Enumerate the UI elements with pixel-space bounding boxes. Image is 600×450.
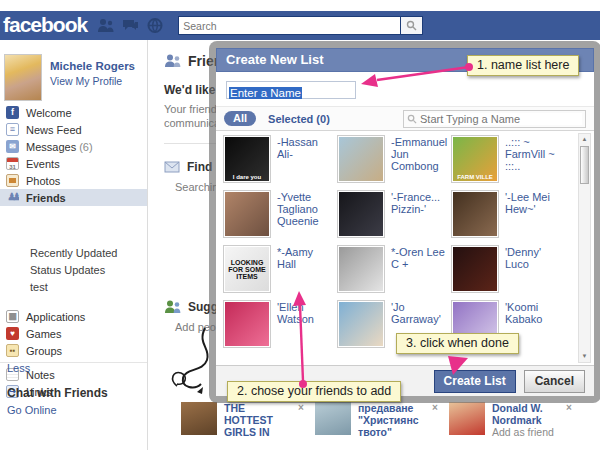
profile-avatar[interactable] bbox=[4, 54, 42, 101]
suggestion-link[interactable]: THE HOTTEST GIRLS IN bbox=[224, 402, 296, 438]
friend-photo bbox=[451, 245, 499, 293]
friend-name: -Yvette Tagliano Queenie bbox=[277, 191, 334, 245]
games-icon: ♥ bbox=[6, 327, 19, 340]
friend-item[interactable]: 'Denny' Luco bbox=[451, 245, 565, 300]
friend-name: -Hassan Ali- bbox=[277, 136, 334, 190]
friends-grid: I dare you-Hassan Ali--Emmanuel Jun Comb… bbox=[223, 135, 565, 355]
messages-icon[interactable] bbox=[122, 18, 139, 33]
sidebar-nav: fWelcome≡News Feed✉Messages (6)31EventsP… bbox=[0, 104, 147, 206]
friend-name: *-Oren Lee C + bbox=[391, 246, 448, 300]
top-navbar: facebook bbox=[0, 11, 600, 40]
suggestion-item: Donald W. NordmarkAdd as friend× bbox=[449, 402, 583, 438]
scroll-thumb[interactable] bbox=[580, 146, 589, 184]
sidebar-item-welcome[interactable]: fWelcome bbox=[0, 104, 147, 121]
scrollbar[interactable]: ▲ ▼ bbox=[578, 133, 591, 363]
header-icons bbox=[97, 18, 164, 33]
less-link[interactable]: Less bbox=[7, 362, 30, 374]
friend-item[interactable]: 'Ellen Watson bbox=[223, 300, 337, 355]
suggestion-photo[interactable] bbox=[449, 402, 485, 435]
friend-item[interactable]: *-Oren Lee C + bbox=[337, 245, 451, 300]
view-my-profile-link[interactable]: View My Profile bbox=[50, 75, 135, 87]
sidebar-item-recently-updated[interactable]: Recently Updated bbox=[0, 244, 147, 261]
notifications-icon[interactable] bbox=[147, 18, 164, 33]
friends-grid-wrap: I dare you-Hassan Ali--Emmanuel Jun Comb… bbox=[216, 131, 594, 365]
chat-with-friends-heading: Chat with Friends bbox=[7, 386, 108, 400]
sidebar-item-events[interactable]: 31Events bbox=[0, 155, 147, 172]
friend-item[interactable]: '-Lee Mei Hew~' bbox=[451, 190, 565, 245]
friend-name: 'Ellen Watson bbox=[277, 301, 334, 355]
scroll-up-icon[interactable]: ▲ bbox=[579, 134, 590, 145]
friend-item[interactable]: -Yvette Tagliano Queenie bbox=[223, 190, 337, 245]
suggestion-link[interactable]: предаване "Християнс твото" bbox=[358, 402, 430, 438]
tab-selected[interactable]: Selected (0) bbox=[268, 113, 330, 125]
friends-heading-icon bbox=[164, 54, 181, 68]
dismiss-icon[interactable]: × bbox=[566, 402, 572, 438]
friend-photo bbox=[337, 245, 385, 293]
suggestion-photo[interactable] bbox=[181, 402, 217, 435]
scroll-down-icon[interactable]: ▼ bbox=[579, 351, 590, 362]
friend-photo: LOOKING FOR SOME ITEMS bbox=[223, 245, 271, 293]
friends-subnav: Recently UpdatedStatus Updatestest bbox=[0, 244, 147, 295]
friend-photo bbox=[451, 190, 499, 238]
newsfeed-icon: ≡ bbox=[6, 123, 19, 136]
profile-name[interactable]: Michele Rogers bbox=[50, 60, 135, 72]
go-online-link[interactable]: Go Online bbox=[7, 404, 57, 416]
friend-photo: I dare you bbox=[223, 135, 271, 183]
suggestion-link[interactable]: Donald W. NordmarkAdd as friend bbox=[492, 402, 564, 438]
tab-all[interactable]: All bbox=[224, 111, 256, 126]
sidebar-item-applications[interactable]: ▦Applications bbox=[0, 308, 147, 325]
sidebar-item-test[interactable]: test bbox=[0, 278, 147, 295]
friend-item[interactable]: '-France... Pizzin-' bbox=[337, 190, 451, 245]
left-sidebar: Michele Rogers View My Profile fWelcome≡… bbox=[0, 40, 148, 450]
sidebar-item-photos[interactable]: Photos bbox=[0, 172, 147, 189]
dismiss-icon[interactable]: × bbox=[298, 402, 304, 438]
friend-item[interactable]: FARM VILLE..::: ~ FarmVill ~ :::.. bbox=[451, 135, 565, 190]
sidebar-item-friends[interactable]: ♟♟Friends bbox=[0, 189, 147, 206]
friend-name: *-Aamy Hall bbox=[277, 246, 334, 300]
annotation-step3: 3. click when done bbox=[396, 333, 519, 354]
search-button[interactable] bbox=[401, 16, 423, 35]
sidebar-item-messages[interactable]: ✉Messages (6) bbox=[0, 138, 147, 155]
friend-requests-icon[interactable] bbox=[97, 18, 114, 33]
bottom-suggestions: THE HOTTEST GIRLS IN×предаване "Християн… bbox=[181, 402, 583, 438]
search-input[interactable] bbox=[178, 16, 401, 35]
dialog-tabs-row: All Selected (0) bbox=[216, 106, 594, 131]
sidebar-item-groups[interactable]: ▪▪Groups bbox=[0, 342, 147, 359]
friend-item[interactable]: I dare you-Hassan Ali- bbox=[223, 135, 337, 190]
friend-name: '-France... Pizzin-' bbox=[391, 191, 448, 245]
annotation-step2: 2. chose your friends to add bbox=[227, 381, 401, 402]
suggestions-icon bbox=[164, 300, 181, 314]
dismiss-icon[interactable]: × bbox=[432, 402, 438, 438]
suggestion-photo[interactable] bbox=[315, 402, 351, 435]
add-as-friend-link[interactable]: Add as friend bbox=[492, 426, 564, 438]
header-search bbox=[178, 16, 423, 35]
suggestion-item: предаване "Християнс твото"× bbox=[315, 402, 449, 438]
search-icon bbox=[406, 20, 417, 31]
friend-search-input[interactable] bbox=[420, 113, 582, 125]
create-list-button[interactable]: Create List bbox=[434, 370, 516, 393]
facebook-logo[interactable]: facebook bbox=[3, 13, 87, 37]
friend-name: '-Lee Mei Hew~' bbox=[505, 191, 562, 245]
friend-item[interactable]: -Emmanuel Jun Combong bbox=[337, 135, 451, 190]
friend-photo bbox=[337, 190, 385, 238]
sidebar-item-status-updates[interactable]: Status Updates bbox=[0, 261, 147, 278]
events-icon: 31 bbox=[6, 157, 19, 170]
friend-name: 'Denny' Luco bbox=[505, 246, 562, 300]
sidebar-item-news-feed[interactable]: ≡News Feed bbox=[0, 121, 147, 138]
friend-photo bbox=[223, 300, 271, 348]
profile-block: Michele Rogers View My Profile bbox=[4, 54, 135, 101]
list-name-value: Enter a Name bbox=[229, 87, 302, 99]
friend-photo bbox=[337, 300, 385, 348]
list-name-input[interactable]: Enter a Name bbox=[226, 81, 356, 99]
facebook-icon: f bbox=[6, 106, 19, 119]
annotation-step1: 1. name list here bbox=[467, 55, 579, 76]
sidebar-item-games[interactable]: ♥Games bbox=[0, 325, 147, 342]
groups-icon: ▪▪ bbox=[6, 344, 19, 357]
cancel-button[interactable]: Cancel bbox=[524, 370, 585, 393]
friend-photo: FARM VILLE bbox=[451, 135, 499, 183]
photos-icon bbox=[6, 174, 19, 187]
messages-icon: ✉ bbox=[6, 140, 19, 153]
friend-name: ..::: ~ FarmVill ~ :::.. bbox=[505, 136, 562, 190]
friend-item[interactable]: LOOKING FOR SOME ITEMS*-Aamy Hall bbox=[223, 245, 337, 300]
friends-icon: ♟♟ bbox=[6, 191, 19, 204]
